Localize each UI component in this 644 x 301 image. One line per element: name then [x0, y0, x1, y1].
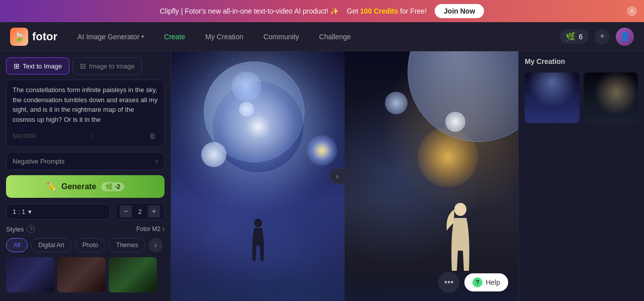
- main-layout: ⊞ Text to Image ⊟ Image to Image The con…: [0, 51, 644, 301]
- next-image-button[interactable]: ›: [329, 168, 345, 184]
- right-panel: My Creation: [518, 51, 644, 301]
- creation-thumbnails-row: [525, 72, 638, 123]
- creation-thumbnail[interactable]: [584, 72, 638, 123]
